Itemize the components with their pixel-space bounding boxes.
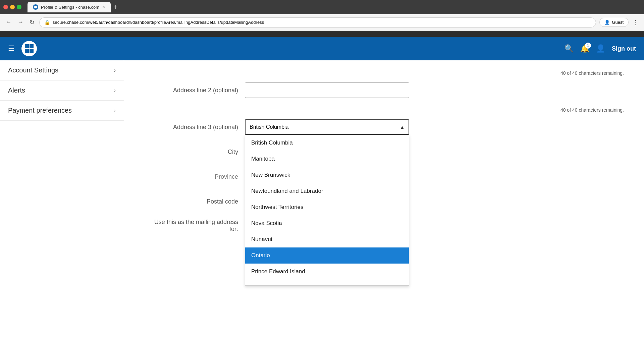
- browser-maximize-btn[interactable]: [17, 5, 21, 9]
- dropdown-item-newfoundland[interactable]: Newfoundland and Labrador: [245, 183, 409, 199]
- header-left: ☰: [8, 41, 37, 56]
- sidebar: Account Settings › Alerts › Payment pref…: [0, 60, 124, 338]
- dropdown-item-british-columbia[interactable]: British Columbia: [245, 135, 409, 151]
- province-selected-text: British Columbia: [250, 124, 288, 130]
- svg-rect-1: [25, 44, 29, 48]
- tab-favicon: [33, 4, 38, 10]
- dropdown-arrow-icon: ▲: [400, 124, 405, 130]
- chevron-right-icon: ›: [114, 67, 116, 73]
- content-area: 40 of 40 characters remaining. Address l…: [124, 60, 644, 338]
- browser-minimize-btn[interactable]: [10, 5, 15, 9]
- user-label: Guest: [612, 20, 624, 25]
- main-layout: Account Settings › Alerts › Payment pref…: [0, 60, 644, 338]
- dropdown-item-nova-scotia[interactable]: Nova Scotia: [245, 215, 409, 231]
- search-btn[interactable]: 🔍: [565, 44, 574, 53]
- city-label: City: [144, 149, 238, 156]
- new-tab-btn[interactable]: +: [113, 3, 117, 11]
- province-dropdown-list[interactable]: British Columbia Manitoba New Brunswick …: [245, 135, 409, 286]
- lock-icon: 🔒: [44, 20, 50, 25]
- browser-right-buttons: 👤 Guest ⋮: [599, 17, 640, 27]
- address-line2-input[interactable]: [245, 82, 409, 98]
- chevron-right-icon: ›: [114, 108, 116, 114]
- address-line3-row: Address line 3 (optional) British Columb…: [144, 119, 624, 135]
- address-line3-label: Address line 3 (optional): [144, 124, 238, 131]
- browser-toolbar: ← → ↻ 🔒 secure.chase.com/web/auth/dashbo…: [0, 14, 644, 31]
- active-tab[interactable]: Profile & Settings - chase.com ✕: [28, 2, 111, 12]
- header-right: 🔍 🔔 1 👤 Sign out: [565, 44, 636, 53]
- url-text: secure.chase.com/web/auth/dashboard#/das…: [53, 20, 591, 25]
- dropdown-item-manitoba[interactable]: Manitoba: [245, 151, 409, 167]
- address-line2-row: Address line 2 (optional): [144, 82, 624, 98]
- svg-point-0: [34, 6, 37, 8]
- hamburger-menu-btn[interactable]: ☰: [8, 44, 15, 53]
- svg-rect-4: [30, 49, 34, 53]
- browser-close-btn[interactable]: [3, 5, 8, 9]
- sign-out-btn[interactable]: Sign out: [612, 45, 636, 52]
- app-header: ☰ 🔍 🔔 1 👤 Sign out: [0, 37, 644, 60]
- sidebar-item-payment-preferences[interactable]: Payment preferences ›: [0, 101, 124, 121]
- chase-logo: [21, 41, 37, 56]
- search-icon: 🔍: [565, 44, 574, 53]
- reload-btn[interactable]: ↻: [28, 17, 36, 27]
- use-address-label: Use this as the mailing address for:: [144, 219, 238, 233]
- province-label: Province: [144, 173, 238, 180]
- char-count-line2: 40 of 40 characters remaining.: [144, 107, 624, 113]
- postal-code-label: Postal code: [144, 198, 238, 205]
- address-line2-label: Address line 2 (optional): [144, 87, 238, 94]
- province-dropdown-container: British Columbia ▲ British Columbia Mani…: [245, 119, 409, 135]
- dropdown-item-northwest-territories[interactable]: Northwest Territories: [245, 199, 409, 215]
- notifications-btn[interactable]: 🔔 1: [580, 44, 589, 53]
- more-options-btn[interactable]: ⋮: [631, 17, 640, 27]
- chevron-right-icon: ›: [114, 88, 116, 94]
- sidebar-item-label: Payment preferences: [8, 107, 72, 114]
- user-icon: 👤: [604, 20, 610, 25]
- dropdown-item-ontario[interactable]: Ontario: [245, 247, 409, 264]
- forward-btn[interactable]: →: [16, 17, 25, 27]
- account-btn[interactable]: 👤: [596, 44, 605, 53]
- sidebar-item-account-settings[interactable]: Account Settings ›: [0, 60, 124, 80]
- province-dropdown-selected[interactable]: British Columbia ▲: [245, 119, 409, 135]
- dropdown-item-prince-edward-island[interactable]: Prince Edward Island: [245, 264, 409, 280]
- svg-rect-2: [30, 44, 34, 48]
- dropdown-item-quebec[interactable]: Quebec: [245, 280, 409, 286]
- browser-controls: [3, 5, 21, 9]
- browser-chrome: Profile & Settings - chase.com ✕ + ← → ↻…: [0, 0, 644, 37]
- dropdown-item-new-brunswick[interactable]: New Brunswick: [245, 167, 409, 183]
- char-count-line1: 40 of 40 characters remaining.: [144, 70, 624, 76]
- svg-rect-3: [25, 49, 29, 53]
- address-bar[interactable]: 🔒 secure.chase.com/web/auth/dashboard#/d…: [39, 17, 596, 27]
- dropdown-item-nunavut[interactable]: Nunavut: [245, 231, 409, 247]
- back-btn[interactable]: ←: [4, 17, 13, 27]
- notification-badge: 1: [585, 43, 591, 49]
- sidebar-item-alerts[interactable]: Alerts ›: [0, 80, 124, 101]
- tab-close-btn[interactable]: ✕: [102, 5, 105, 9]
- user-profile-btn[interactable]: 👤 Guest: [599, 18, 629, 27]
- tab-title: Profile & Settings - chase.com: [41, 5, 99, 10]
- browser-title-bar: Profile & Settings - chase.com ✕ +: [0, 0, 644, 14]
- account-icon: 👤: [596, 44, 605, 53]
- sidebar-item-label: Account Settings: [8, 66, 58, 74]
- sidebar-item-label: Alerts: [8, 87, 25, 94]
